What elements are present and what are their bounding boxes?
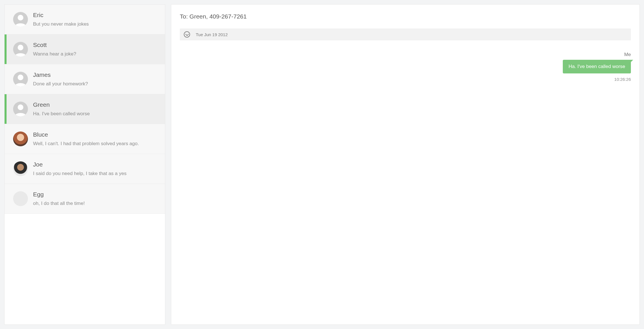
to-prefix: To: [180, 13, 189, 20]
conversation-name: Bluce [33, 131, 139, 138]
to-value: Green, 409-267-7261 [189, 13, 247, 20]
conversation-name: Egg [33, 191, 85, 198]
conversation-text: BluceWell, I can't. I had that problem s… [33, 131, 139, 147]
conversation-item[interactable]: Eggoh, I do that all the time! [5, 184, 165, 214]
conversation-name: Scott [33, 42, 76, 48]
conversation-item[interactable]: JoeI said do you need help, I take that … [5, 154, 165, 184]
message-timestamp: 10:26:26 [614, 77, 631, 82]
conversation-pane: To: Green, 409-267-7261 Tue Jun 19 2012 … [171, 4, 640, 325]
conversation-item[interactable]: JamesDone all your homework? [5, 64, 165, 94]
conversation-list[interactable]: EricBut you never make jokesScottWanna h… [4, 4, 165, 325]
svg-point-1 [18, 45, 23, 50]
message-bubble: Ha. I've been called worse [563, 60, 631, 73]
conversation-item[interactable]: GreenHa. I've been called worse [5, 94, 165, 124]
avatar [13, 42, 28, 57]
conversation-name: Green [33, 101, 90, 108]
conversation-name: James [33, 71, 88, 78]
conversation-preview: Done all your homework? [33, 81, 88, 87]
conversation-text: Eggoh, I do that all the time! [33, 191, 85, 206]
avatar [13, 161, 28, 176]
conversation-preview: I said do you need help, I take that as … [33, 171, 127, 176]
avatar [13, 131, 28, 146]
avatar [13, 12, 28, 27]
conversation-item[interactable]: ScottWanna hear a joke? [5, 34, 165, 64]
avatar [13, 191, 28, 206]
conversation-text: ScottWanna hear a joke? [33, 42, 76, 57]
avatar [13, 72, 28, 87]
app-root: EricBut you never make jokesScottWanna h… [0, 0, 644, 329]
conversation-name: Joe [33, 161, 127, 168]
conversation-text: JoeI said do you need help, I take that … [33, 161, 127, 176]
message-sender: Me [624, 52, 631, 57]
conversation-name: Eric [33, 12, 89, 18]
date-separator[interactable]: Tue Jun 19 2012 [180, 28, 631, 40]
message-row: MeHa. I've been called worse10:26:26 [180, 52, 631, 82]
conversation-preview: oh, I do that all the time! [33, 201, 85, 206]
message-list: MeHa. I've been called worse10:26:26 [180, 52, 631, 316]
avatar [13, 102, 28, 116]
chevron-down-icon[interactable] [184, 31, 190, 38]
svg-point-2 [18, 75, 23, 80]
conversation-preview: Wanna hear a joke? [33, 51, 76, 57]
conversation-text: GreenHa. I've been called worse [33, 101, 90, 117]
conversation-preview: Well, I can't. I had that problem solved… [33, 141, 139, 147]
conversation-preview: Ha. I've been called worse [33, 111, 90, 117]
date-text: Tue Jun 19 2012 [196, 32, 228, 37]
conversation-item[interactable]: EricBut you never make jokes [5, 5, 165, 34]
conversation-preview: But you never make jokes [33, 21, 89, 27]
conversation-text: JamesDone all your homework? [33, 71, 88, 87]
conversation-item[interactable]: BluceWell, I can't. I had that problem s… [5, 124, 165, 154]
svg-point-0 [18, 15, 23, 20]
conversation-text: EricBut you never make jokes [33, 12, 89, 27]
to-header: To: Green, 409-267-7261 [180, 13, 631, 20]
svg-point-3 [18, 104, 23, 110]
